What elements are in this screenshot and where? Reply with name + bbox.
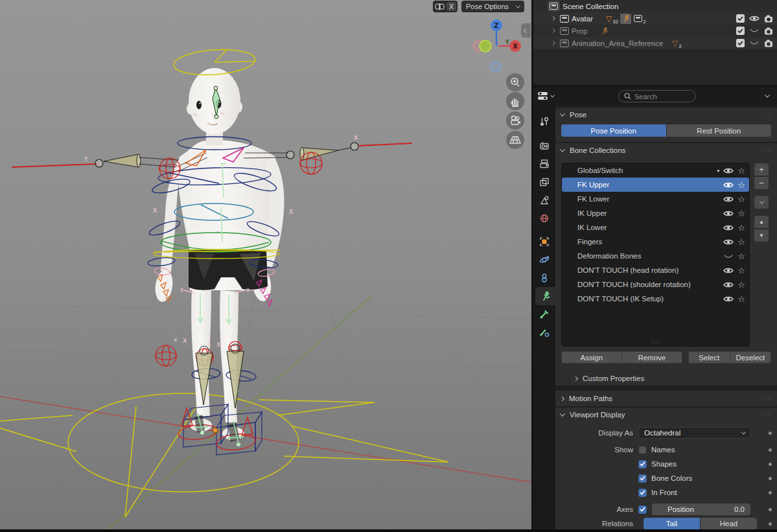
bone-collection-row[interactable]: DON'T TOUCH (head rotation) ☆ bbox=[562, 263, 749, 277]
panel-grip[interactable]: :::: bbox=[763, 396, 772, 401]
bone-collection-row[interactable]: Fingers ☆ bbox=[562, 235, 749, 249]
in-front-checkbox[interactable] bbox=[638, 489, 647, 497]
3d-viewport[interactable]: YX XX xX xX xx YY X Pose Options bbox=[0, 0, 531, 529]
collection-specials-button[interactable] bbox=[754, 195, 769, 209]
axes-position-slider[interactable]: Position 0.0 bbox=[652, 503, 750, 515]
ortho-grid-button[interactable] bbox=[506, 131, 524, 149]
solo-star-icon[interactable]: ☆ bbox=[737, 252, 745, 260]
properties-tab-strip[interactable] bbox=[533, 105, 555, 529]
tab-bone-constraints[interactable] bbox=[533, 323, 555, 341]
camera-view-button[interactable] bbox=[506, 111, 524, 130]
search-input[interactable] bbox=[634, 93, 686, 100]
assign-button[interactable]: Assign bbox=[561, 351, 622, 364]
outliner-row-scene-collection[interactable]: Scene Collection bbox=[533, 0, 777, 12]
bone-collection-row[interactable]: IK Upper ☆ bbox=[562, 206, 749, 220]
select-button[interactable]: Select bbox=[688, 351, 730, 364]
properties-editor[interactable]: Pose :::: Pose Position Rest Position Bo… bbox=[533, 87, 777, 529]
deselect-button[interactable]: Deselect bbox=[730, 351, 771, 364]
names-checkbox[interactable] bbox=[638, 446, 647, 454]
camera-visibility-icon[interactable] bbox=[764, 40, 773, 47]
bone-colors-checkbox[interactable] bbox=[638, 474, 647, 483]
navigation-gizmo[interactable]: Z X Y bbox=[470, 17, 525, 75]
bone-collections-header[interactable]: Bone Collections :::: bbox=[555, 143, 777, 157]
solo-star-icon[interactable]: ☆ bbox=[737, 167, 745, 175]
header-menu-chevron[interactable] bbox=[765, 92, 770, 97]
exclude-checkbox[interactable] bbox=[736, 27, 745, 35]
axis-y-ball[interactable] bbox=[480, 40, 491, 52]
pose-options-button[interactable]: Pose Options bbox=[461, 1, 524, 12]
eye-visible-icon[interactable] bbox=[723, 281, 734, 288]
solo-star-icon[interactable]: ☆ bbox=[737, 224, 745, 232]
mirror-toggle-group[interactable]: X bbox=[433, 1, 458, 12]
eye-visible-icon[interactable] bbox=[723, 181, 734, 189]
eye-visible-icon[interactable] bbox=[723, 238, 734, 246]
list-resize-grip[interactable]: :::: bbox=[651, 338, 660, 345]
tab-bone[interactable] bbox=[533, 305, 555, 323]
animate-dot[interactable] bbox=[769, 477, 772, 480]
solo-star-icon[interactable]: ☆ bbox=[737, 266, 745, 275]
move-down-button[interactable]: ▼ bbox=[754, 229, 769, 242]
tab-object-constraints[interactable] bbox=[533, 269, 555, 287]
outliner-editor[interactable]: Scene Collection Avatar ▽ 32 2 Prop bbox=[533, 0, 777, 85]
tab-render[interactable] bbox=[533, 137, 555, 155]
motion-paths-header[interactable]: Motion Paths :::: bbox=[555, 391, 777, 406]
animate-dot[interactable] bbox=[769, 432, 772, 435]
outliner-row-avatar[interactable]: Avatar ▽ 32 2 bbox=[533, 12, 777, 25]
solo-star-icon[interactable]: ☆ bbox=[737, 295, 745, 303]
eye-hidden-icon[interactable] bbox=[749, 40, 760, 47]
outliner-row-prop[interactable]: Prop bbox=[533, 25, 777, 37]
search-field[interactable] bbox=[618, 90, 696, 102]
animate-dot[interactable] bbox=[769, 522, 772, 526]
bone-collection-row[interactable]: Global/Switch • ☆ bbox=[562, 163, 749, 178]
solo-star-icon[interactable]: ☆ bbox=[737, 238, 745, 246]
eye-visible-icon[interactable] bbox=[723, 210, 734, 217]
bone-collection-row[interactable]: FK Lower ☆ bbox=[562, 192, 749, 206]
expand-icon[interactable] bbox=[551, 29, 555, 33]
pose-panel-header[interactable]: Pose :::: bbox=[555, 108, 777, 122]
camera-visibility-icon[interactable] bbox=[764, 27, 773, 35]
tab-view-layer[interactable] bbox=[533, 173, 555, 191]
axis-neg-z-ball[interactable] bbox=[491, 62, 501, 72]
bone-collection-row[interactable]: DON'T TOUCH (shoulder rotation) ☆ bbox=[562, 277, 749, 292]
solo-star-icon[interactable]: ☆ bbox=[737, 181, 745, 189]
remove-collection-button[interactable]: − bbox=[754, 176, 769, 190]
editor-type-button[interactable] bbox=[537, 91, 554, 101]
eye-visible-icon[interactable] bbox=[723, 196, 734, 203]
panel-grip[interactable]: :::: bbox=[763, 412, 772, 417]
eye-visible-icon[interactable] bbox=[723, 295, 734, 303]
bone-collection-row[interactable]: DON'T TOUCH (IK Setup) ☆ bbox=[562, 292, 749, 306]
animate-dot[interactable] bbox=[769, 508, 772, 511]
move-up-button[interactable]: ▲ bbox=[754, 215, 769, 229]
tab-physics[interactable] bbox=[533, 251, 555, 269]
eye-hidden-icon[interactable] bbox=[749, 27, 760, 34]
axes-checkbox[interactable] bbox=[638, 505, 647, 514]
animate-dot[interactable] bbox=[769, 463, 772, 466]
pan-button[interactable] bbox=[506, 92, 524, 110]
solo-star-icon[interactable]: ☆ bbox=[737, 209, 745, 218]
exclude-checkbox[interactable] bbox=[736, 14, 745, 23]
custom-properties-subpanel[interactable]: Custom Properties bbox=[568, 371, 771, 386]
solo-star-icon[interactable]: ☆ bbox=[737, 195, 745, 203]
relations-tail-button[interactable]: Tail bbox=[644, 518, 700, 529]
rest-position-button[interactable]: Rest Position bbox=[667, 124, 772, 137]
zoom-button[interactable] bbox=[506, 73, 524, 91]
panel-grip[interactable]: :::: bbox=[763, 148, 772, 153]
bone-collection-row[interactable]: IK Lower ☆ bbox=[562, 220, 749, 235]
bone-collection-row[interactable]: Deformation Bones ☆ bbox=[562, 249, 749, 263]
exclude-checkbox[interactable] bbox=[736, 39, 745, 47]
tab-tool[interactable] bbox=[533, 113, 555, 131]
panel-grip[interactable]: :::: bbox=[763, 112, 772, 117]
eye-visible-icon[interactable] bbox=[723, 224, 734, 231]
3d-viewport-canvas[interactable]: YX XX xX xX xx YY bbox=[0, 0, 531, 529]
expand-icon[interactable] bbox=[551, 41, 555, 45]
add-collection-button[interactable]: + bbox=[754, 163, 769, 176]
eye-visible-icon[interactable] bbox=[723, 167, 734, 174]
display-as-dropdown[interactable]: Octahedral bbox=[638, 427, 751, 439]
expand-icon[interactable] bbox=[551, 16, 555, 21]
mirror-x-toggle[interactable]: X bbox=[446, 2, 456, 11]
tab-scene[interactable] bbox=[533, 191, 555, 209]
outliner-row-animation-area-reference[interactable]: Animation_Area_Reference ▽ 2 bbox=[533, 37, 777, 49]
tab-output[interactable] bbox=[533, 155, 555, 173]
tab-world[interactable] bbox=[533, 209, 555, 227]
relations-head-button[interactable]: Head bbox=[701, 518, 757, 529]
